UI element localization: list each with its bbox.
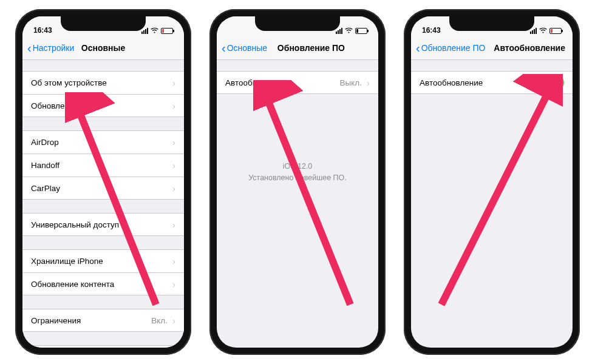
cellular-icon [141, 28, 148, 34]
row-label: Обновление контента [31, 280, 114, 289]
status-time: 16:43 [33, 26, 52, 35]
cellular-icon [530, 28, 537, 34]
row-iphone-storage[interactable]: Хранилище iPhone › [22, 249, 184, 272]
back-button[interactable]: ‹ Основные [222, 42, 267, 54]
battery-icon [355, 28, 367, 34]
chevron-right-icon: › [172, 137, 175, 147]
battery-icon [549, 28, 562, 34]
notch [449, 16, 534, 31]
status-time: 16:43 [422, 26, 441, 35]
back-button[interactable]: ‹ Настройки [27, 42, 74, 54]
chevron-left-icon: ‹ [416, 42, 420, 54]
row-airdrop[interactable]: AirDrop › [22, 130, 184, 153]
chevron-right-icon: › [172, 279, 175, 289]
row-restrictions[interactable]: Ограничения Вкл. › [22, 309, 184, 332]
phone-frame-2: ‹ Основные Обновление ПО Автообновление … [209, 9, 386, 355]
row-value: Выкл. [340, 78, 362, 87]
chevron-right-icon: › [172, 256, 175, 266]
row-label: Handoff [31, 161, 59, 170]
chevron-right-icon: › [172, 183, 175, 194]
row-label: Универсальный доступ [31, 220, 119, 229]
row-carplay[interactable]: CarPlay › [22, 177, 184, 200]
chevron-left-icon: ‹ [27, 42, 32, 54]
row-label: Автообновление [225, 78, 288, 87]
row-label: Обновление ПО [31, 101, 93, 110]
back-label: Основные [227, 43, 267, 53]
row-accessibility[interactable]: Универсальный доступ › [22, 213, 184, 236]
nav-bar: ‹ Обновление ПО Автообновление [411, 36, 573, 60]
row-about-device[interactable]: Об этом устройстве › [22, 71, 184, 94]
notch [255, 16, 340, 31]
back-button[interactable]: ‹ Обновление ПО [416, 42, 485, 54]
chevron-right-icon: › [172, 78, 175, 88]
wifi-icon [345, 27, 353, 35]
wifi-icon [151, 27, 158, 35]
annotation-arrow [435, 74, 563, 311]
row-label: Автообновление [420, 78, 483, 87]
row-value: Вкл. [151, 316, 168, 325]
chevron-right-icon: › [172, 220, 175, 230]
row-handoff[interactable]: Handoff › [22, 153, 184, 177]
svg-line-2 [441, 85, 552, 305]
row-label: CarPlay [31, 184, 60, 193]
phone-frame-1: 16:43 ‹ Настройки Основные Об этом устро… [15, 9, 191, 355]
row-label: Хранилище iPhone [31, 257, 103, 266]
chevron-right-icon: › [172, 101, 175, 111]
phone-frame-3: 16:43 ‹ Обновление ПО Автообновление Авт… [404, 9, 580, 355]
row-label: Ограничения [31, 316, 81, 325]
status-message: iOS 12.0 Установлено новейшее ПО. [217, 161, 378, 184]
cellular-icon [336, 28, 342, 34]
back-label: Обновление ПО [421, 43, 486, 53]
row-label: Об этом устройстве [31, 78, 107, 87]
chevron-right-icon: › [367, 78, 370, 88]
row-auto-update-toggle[interactable]: Автообновление [411, 71, 573, 94]
row-label: AirDrop [31, 138, 59, 147]
wifi-icon [539, 27, 547, 35]
battery-icon [161, 28, 173, 34]
toggle-switch[interactable] [537, 75, 564, 90]
row-background-refresh[interactable]: Обновление контента › [22, 272, 184, 295]
page-title: Автообновление [494, 43, 565, 53]
page-title: Основные [81, 43, 126, 53]
row-auto-update[interactable]: Автообновление Выкл. › [217, 71, 378, 94]
update-status: Установлено новейшее ПО. [217, 172, 378, 184]
chevron-right-icon: › [172, 160, 175, 170]
ios-version: iOS 12.0 [217, 161, 378, 172]
chevron-right-icon: › [172, 315, 175, 326]
row-software-update[interactable]: Обновление ПО › [22, 94, 184, 117]
page-title: Обновление ПО [277, 43, 345, 53]
back-label: Настройки [33, 43, 75, 53]
nav-bar: ‹ Настройки Основные [22, 36, 184, 60]
row-date-time[interactable]: Дата и время › [22, 345, 184, 348]
notch [61, 16, 146, 31]
chevron-left-icon: ‹ [222, 42, 226, 54]
nav-bar: ‹ Основные Обновление ПО [217, 36, 378, 60]
